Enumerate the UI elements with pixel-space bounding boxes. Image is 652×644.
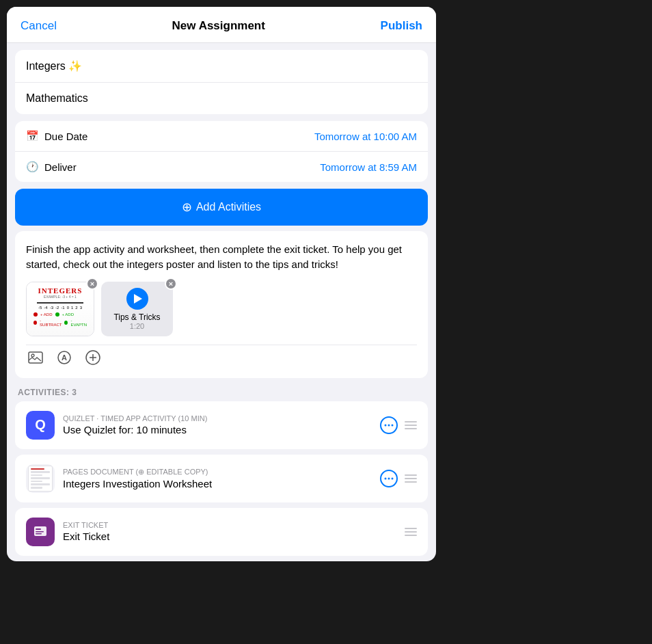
pages-thumb-inner — [28, 466, 53, 492]
due-date-row[interactable]: 📅 Due Date Tomorrow at 10:00 AM — [15, 121, 428, 152]
svg-point-10 — [385, 477, 387, 479]
poster-row-subtract: - SUBTRACT - EVAPTN — [33, 319, 87, 327]
due-date-label: Due Date — [44, 131, 87, 142]
svg-rect-14 — [36, 528, 41, 530]
poster-row-add: + ADD + ADD — [33, 312, 87, 317]
activities-section: ACTIVITIES: 3 Q QUIZLET · TIMED APP ACTI… — [15, 384, 428, 556]
pages-more-button[interactable] — [380, 470, 398, 487]
svg-point-12 — [392, 477, 394, 479]
exit-ticket-title: Exit Ticket — [63, 531, 396, 542]
quizlet-more-button[interactable] — [380, 416, 398, 434]
assignment-title: Integers ✨ — [26, 59, 82, 72]
image-toolbar-icon[interactable] — [26, 348, 45, 367]
pages-line-2 — [31, 471, 50, 473]
activity-exit-ticket: EXIT TICKET Exit Ticket — [15, 508, 428, 556]
note-text: Finish the app activity and worksheet, t… — [26, 242, 417, 272]
svg-point-1 — [31, 354, 34, 357]
text-toolbar-icon[interactable]: A — [55, 348, 74, 367]
remove-video-button[interactable]: × — [165, 278, 177, 290]
deliver-value[interactable]: Tomorrow at 8:59 AM — [320, 161, 417, 173]
poster-subtitle: EXAMPLE: -3 + 4 = 1 — [44, 295, 77, 299]
svg-point-7 — [385, 424, 387, 426]
pages-subtitle: PAGES DOCUMENT (⊕ EDITABLE COPY) — [63, 468, 372, 477]
video-title: Tips & Tricks — [113, 312, 160, 322]
exit-ticket-info: EXIT TICKET Exit Ticket — [63, 521, 396, 542]
pages-actions — [380, 470, 417, 487]
svg-rect-0 — [29, 352, 42, 363]
add-activities-button[interactable]: ⊕ Add Activities — [15, 189, 428, 226]
tips-tricks-attachment: Tips & Tricks 1:20 × — [101, 282, 173, 336]
quizlet-info: QUIZLET · TIMED APP ACTIVITY (10 MIN) Us… — [63, 414, 372, 435]
title-subject-card: Integers ✨ Mathematics — [15, 50, 428, 114]
due-date-value[interactable]: Tomorrow at 10:00 AM — [314, 131, 417, 142]
modal-title: New Assignment — [172, 19, 265, 33]
dates-card: 📅 Due Date Tomorrow at 10:00 AM 🕐 Delive… — [15, 121, 428, 182]
pages-icon — [26, 464, 55, 493]
exit-ticket-icon — [26, 518, 55, 546]
pages-line-4 — [31, 477, 50, 479]
title-row: Integers ✨ — [15, 50, 428, 83]
integers-poster-attachment: INTEGERS EXAMPLE: -3 + 4 = 1 -5-4-3-2-10… — [26, 282, 94, 336]
clock-icon: 🕐 — [26, 161, 39, 173]
pages-line-3 — [31, 474, 42, 477]
plus-icon: ⊕ — [182, 200, 192, 215]
svg-point-11 — [388, 477, 390, 479]
activity-pages: PAGES DOCUMENT (⊕ EDITABLE COPY) Integer… — [15, 455, 428, 502]
exit-ticket-drag-handle[interactable] — [405, 528, 417, 536]
poster-rows: + ADD + ADD - SUBTRACT - EVAPTN — [31, 312, 90, 327]
svg-point-9 — [392, 424, 394, 426]
number-line-dots: -5-4-3-2-10123 — [38, 306, 82, 310]
attachments-row: INTEGERS EXAMPLE: -3 + 4 = 1 -5-4-3-2-10… — [26, 282, 417, 336]
svg-point-8 — [388, 424, 390, 426]
pages-drag-handle[interactable] — [405, 474, 417, 483]
pages-line-6 — [31, 483, 50, 485]
quizlet-title: Use Quizlet for: 10 minutes — [63, 424, 372, 435]
video-info: Tips & Tricks 1:20 — [113, 312, 160, 330]
poster-inner: INTEGERS EXAMPLE: -3 + 4 = 1 -5-4-3-2-10… — [27, 282, 94, 336]
subject-row: Mathematics — [15, 83, 428, 114]
svg-rect-15 — [36, 531, 44, 533]
play-button[interactable] — [126, 288, 148, 310]
number-line — [37, 302, 84, 304]
pages-title: Integers Investigation Worksheet — [63, 478, 372, 489]
quizlet-icon: Q — [26, 411, 55, 440]
play-triangle-icon — [134, 294, 142, 304]
calendar-icon: 📅 — [26, 130, 39, 142]
activity-quizlet: Q QUIZLET · TIMED APP ACTIVITY (10 MIN) … — [15, 401, 428, 449]
deliver-row[interactable]: 🕐 Deliver Tomorrow at 8:59 AM — [15, 152, 428, 182]
modal-header: Cancel New Assignment Publish — [7, 7, 436, 43]
pages-line-7 — [31, 487, 42, 489]
svg-text:A: A — [62, 353, 67, 362]
note-card: Finish the app activity and worksheet, t… — [15, 231, 428, 378]
pages-line-1 — [31, 468, 44, 470]
cancel-button[interactable]: Cancel — [21, 19, 57, 33]
note-toolbar: A — [26, 345, 417, 367]
deliver-label: Deliver — [44, 161, 77, 173]
exit-ticket-subtitle: EXIT TICKET — [63, 521, 396, 529]
new-assignment-modal: Cancel New Assignment Publish Integers ✨… — [7, 7, 436, 561]
poster-title: INTEGERS — [38, 286, 83, 295]
video-thumbnail[interactable]: Tips & Tricks 1:20 — [101, 282, 173, 336]
activities-count: ACTIVITIES: 3 — [15, 384, 428, 401]
quizlet-actions — [380, 416, 417, 434]
publish-button[interactable]: Publish — [381, 19, 422, 33]
exit-ticket-actions — [405, 528, 417, 536]
quizlet-subtitle: QUIZLET · TIMED APP ACTIVITY (10 MIN) — [63, 414, 372, 422]
pages-info: PAGES DOCUMENT (⊕ EDITABLE COPY) Integer… — [63, 468, 372, 489]
integers-poster-image: INTEGERS EXAMPLE: -3 + 4 = 1 -5-4-3-2-10… — [26, 282, 94, 336]
remove-poster-button[interactable]: × — [86, 278, 98, 290]
add-toolbar-icon[interactable] — [83, 348, 103, 367]
due-date-label-group: 📅 Due Date — [26, 130, 314, 142]
deliver-label-group: 🕐 Deliver — [26, 161, 320, 173]
video-duration: 1:20 — [113, 322, 160, 330]
pages-line-5 — [31, 481, 42, 483]
svg-rect-16 — [36, 533, 42, 535]
quizlet-drag-handle[interactable] — [405, 421, 417, 429]
assignment-subject: Mathematics — [26, 92, 88, 104]
add-activities-label: Add Activities — [196, 201, 261, 213]
